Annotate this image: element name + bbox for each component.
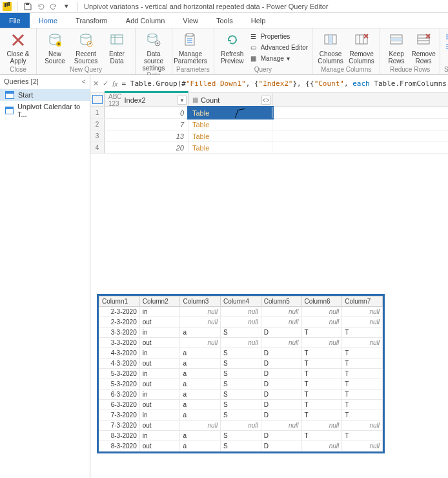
preview-cell: T	[301, 348, 342, 358]
save-icon[interactable]	[23, 1, 33, 12]
preview-cell: T	[301, 431, 342, 441]
tab-help[interactable]: Help	[242, 13, 275, 28]
new-source-icon	[46, 31, 64, 49]
preview-cell: D	[261, 348, 301, 358]
preview-row[interactable]: 4-3-2020inaSDTT	[99, 348, 383, 358]
advanced-editor-button[interactable]: ▭Advanced Editor	[249, 42, 308, 52]
enter-data-icon	[108, 31, 126, 49]
cancel-formula-icon[interactable]: ✕	[93, 78, 99, 90]
remove-columns-icon	[352, 31, 371, 49]
preview-cell: in	[139, 369, 180, 379]
tab-view[interactable]: View	[174, 13, 207, 28]
preview-column-header[interactable]: Column6	[301, 296, 342, 307]
preview-cell: null	[342, 317, 383, 327]
preview-cell: T	[301, 379, 342, 390]
preview-column-header[interactable]: Column1	[99, 296, 140, 307]
refresh-preview-button[interactable]: RefreshPreview	[218, 30, 247, 65]
cell-index[interactable]: 13	[105, 130, 188, 141]
grid-corner[interactable]	[90, 93, 105, 107]
cell-count[interactable]: Table	[188, 130, 272, 141]
preview-column-header[interactable]: Column5	[261, 296, 301, 307]
preview-row[interactable]: 6-3-2020inaSDTT	[99, 390, 383, 400]
row-number: 4	[90, 142, 105, 153]
preview-row[interactable]: 8-3-2020inaSDTT	[99, 431, 383, 441]
remove-columns-button[interactable]: RemoveColumns	[347, 30, 376, 65]
properties-button[interactable]: ☰Properties	[249, 31, 308, 41]
queries-header[interactable]: Queries [2] <	[0, 75, 90, 88]
tab-add-column[interactable]: Add Column	[117, 13, 174, 28]
preview-row[interactable]: 6-3-2020outaSDTT	[99, 400, 383, 410]
svg-point-6	[148, 34, 157, 37]
keep-rows-button[interactable]: KeepRows	[384, 30, 409, 65]
remove-rows-button[interactable]: RemoveRows	[411, 30, 436, 65]
tab-transform[interactable]: Transform	[66, 13, 117, 28]
preview-cell: 5-3-2020	[99, 379, 140, 390]
preview-cell: S	[221, 390, 261, 400]
remove-rows-icon	[414, 31, 433, 49]
column-dropdown-icon[interactable]: ▼	[178, 96, 187, 105]
tab-file[interactable]: File	[0, 13, 30, 28]
grid-row[interactable]: 2 7 Table	[90, 119, 448, 130]
close-apply-button[interactable]: Close &Apply	[4, 30, 32, 65]
preview-row[interactable]: 2-3-2020innullnullnullnullnull	[99, 307, 383, 317]
grid-row[interactable]: 1 0 Table	[90, 107, 448, 119]
tab-tools[interactable]: Tools	[207, 13, 242, 28]
redo-icon[interactable]	[48, 1, 59, 12]
preview-cell: 8-3-2020	[99, 431, 140, 441]
preview-cell: a	[180, 348, 221, 358]
undo-icon[interactable]	[36, 1, 46, 12]
preview-row[interactable]: 7-3-2020outnullnullnullnullnull	[99, 421, 383, 431]
collapse-pane-icon[interactable]: <	[82, 78, 86, 85]
manage-button[interactable]: ▦Manage ▾	[249, 53, 308, 63]
preview-row[interactable]: 2-3-2020outnullnullnullnullnull	[99, 317, 383, 327]
cell-count[interactable]: Table	[188, 107, 272, 118]
cell-index[interactable]: 7	[105, 119, 188, 130]
preview-row[interactable]: 5-3-2020inaSDTT	[99, 369, 383, 379]
preview-cell: T	[342, 400, 383, 410]
row-number: 1	[90, 107, 105, 118]
preview-row[interactable]: 5-3-2020outaSDTT	[99, 379, 383, 390]
column-header-count[interactable]: ▦ Count	[188, 93, 272, 107]
qat-dropdown-icon[interactable]: ▾	[61, 1, 72, 12]
query-item-start[interactable]: Start	[0, 89, 90, 101]
sort-desc-button[interactable]	[444, 42, 448, 52]
tab-home[interactable]: Home	[30, 13, 66, 28]
new-source-button[interactable]: NewSource	[41, 30, 69, 65]
preview-cell: null	[180, 307, 221, 317]
preview-cell: D	[261, 390, 301, 400]
preview-column-header[interactable]: Column4	[221, 296, 261, 307]
sort-asc-button[interactable]	[444, 31, 448, 41]
sort-desc-icon	[444, 43, 448, 52]
preview-cell: D	[261, 400, 301, 410]
preview-cell: null	[342, 307, 383, 317]
preview-column-header[interactable]: Column3	[180, 296, 221, 307]
preview-row[interactable]: 4-3-2020outaSDTT	[99, 358, 383, 369]
cell-index[interactable]: 0	[105, 107, 188, 118]
commit-formula-icon[interactable]: ✓	[103, 78, 108, 90]
preview-row[interactable]: 3-3-2020outnullnullnullnullnull	[99, 338, 383, 348]
abc123-type-icon: ABC123	[108, 93, 122, 107]
preview-cell: null	[342, 421, 383, 431]
enter-data-button[interactable]: EnterData	[103, 30, 131, 65]
data-source-settings-button[interactable]: Data sourcesettings	[139, 30, 168, 72]
grid-row[interactable]: 4 20 Table	[90, 142, 448, 154]
cell-count[interactable]: Table	[188, 142, 272, 153]
choose-columns-button[interactable]: ChooseColumns	[316, 30, 345, 65]
preview-row[interactable]: 8-3-2020outaSDnullnull	[99, 441, 383, 452]
column-header-index2[interactable]: ABC123 Index2 ▼	[105, 91, 188, 107]
preview-cell: T	[342, 348, 383, 358]
preview-row[interactable]: 7-3-2020inaSDTT	[99, 410, 383, 421]
preview-row[interactable]: 3-3-2020inaSDTT	[99, 327, 383, 338]
grid-row[interactable]: 3 13 Table	[90, 130, 448, 142]
expand-column-icon[interactable]	[261, 96, 270, 105]
formula-input[interactable]: = Table.Group(#"Filled Down1", {"Index2"…	[122, 79, 448, 88]
recent-sources-button[interactable]: RecentSources	[72, 30, 100, 65]
preview-column-header[interactable]: Column2	[139, 296, 180, 307]
preview-column-header[interactable]: Column7	[342, 296, 383, 307]
cell-index[interactable]: 20	[105, 142, 188, 153]
query-item-unpivot[interactable]: Unpivot Calendar to T...	[0, 101, 90, 120]
cell-count[interactable]: Table	[188, 119, 272, 130]
preview-cell: S	[221, 327, 261, 338]
svg-rect-12	[329, 35, 332, 44]
manage-parameters-button[interactable]: ManageParameters	[176, 30, 205, 65]
